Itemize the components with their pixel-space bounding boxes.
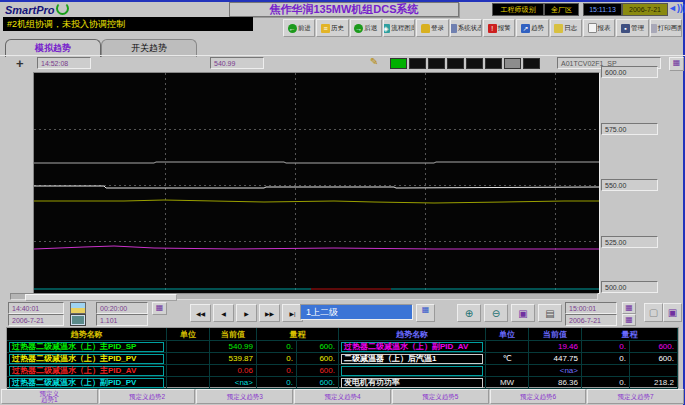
forward-arrow-icon: → xyxy=(354,24,363,33)
scrollbar-thumb[interactable] xyxy=(25,294,177,301)
y-axis-label-550: 550.00 xyxy=(601,179,658,191)
chart-tool-buttons: ⊕ ⊖ ▣ ▤ xyxy=(457,304,562,322)
predefined-trend-5-button[interactable]: 预定义趋势5 xyxy=(392,389,489,404)
management-monitor-icon: ▪ xyxy=(621,24,630,33)
system-status-label: 系统状态 xyxy=(458,24,482,33)
system-status-button[interactable]: 系统状态 xyxy=(450,19,482,37)
pen-square-7[interactable] xyxy=(504,58,521,69)
management-button[interactable]: ▪管理 xyxy=(616,19,648,37)
pen-table-left: 趋势名称 单位 当前值 量程 过热器二级减温水（上）主PID_SP 540.99… xyxy=(7,328,339,387)
unit-cell xyxy=(167,377,210,389)
trend-icon: ↗ xyxy=(521,24,530,33)
speed-field[interactable]: 1.101 xyxy=(96,314,148,326)
flowchart-library-icon: ◈ xyxy=(383,24,390,33)
step-back-button[interactable]: ◀ xyxy=(213,304,234,322)
pen-edit-icon[interactable]: ✎ xyxy=(370,56,378,67)
range-high-cell: 600. xyxy=(297,341,339,353)
trend-group-field[interactable]: 1上二级 xyxy=(300,304,413,320)
start-date-field[interactable]: 2006-7-21 xyxy=(8,314,64,326)
span-config-button[interactable]: ▦ xyxy=(152,302,167,315)
pen-square-8[interactable] xyxy=(523,58,540,69)
table-row-name[interactable]: 过热器二级减温水（上）副PID_AV xyxy=(339,341,486,353)
cursor-time-field[interactable]: 14:52:08 xyxy=(37,57,91,69)
flowchart-library-button[interactable]: ◈流程图库 xyxy=(383,19,415,37)
range-low-cell xyxy=(582,365,630,377)
predefined-trend-2-button[interactable]: 预定义趋势2 xyxy=(99,389,196,404)
value-cell: <na> xyxy=(210,377,257,389)
unit-cell xyxy=(486,341,529,353)
time-span-field[interactable]: 00:20:00 xyxy=(96,302,148,314)
forward-label: 后退 xyxy=(364,24,377,33)
start-time-field[interactable]: 14:40:01 xyxy=(8,302,64,314)
zoom-out-button[interactable]: ⊖ xyxy=(484,304,508,322)
y-axis-label-600: 600.00 xyxy=(601,66,658,78)
y-axis-label-575: 575.00 xyxy=(601,123,658,135)
monitor-icon xyxy=(70,314,86,326)
unit-cell xyxy=(167,365,210,377)
back-button[interactable]: ←前进 xyxy=(283,19,315,37)
predefined-trend-4-button[interactable]: 预定义趋势4 xyxy=(294,389,391,404)
chart-horizontal-scrollbar[interactable] xyxy=(10,293,598,300)
table-row-name[interactable]: 发电机有功功率 xyxy=(339,377,486,389)
predefined-trend-3-button[interactable]: 预定义趋势3 xyxy=(196,389,293,404)
alarm-button[interactable]: !报警 xyxy=(483,19,515,37)
pen-square-2[interactable] xyxy=(409,58,426,69)
play-button[interactable]: ▶ xyxy=(236,304,257,322)
pen-square-6[interactable] xyxy=(485,58,502,69)
end-date-field[interactable]: 2006-7-21 xyxy=(565,314,617,326)
fast-forward-button[interactable]: ▶▶ xyxy=(259,304,280,322)
print-screen-label: 打印画面 xyxy=(658,24,682,33)
cursor-cross-icon[interactable]: + xyxy=(16,56,24,71)
pen-white xyxy=(34,186,599,188)
pen-square-1[interactable] xyxy=(390,58,407,69)
col-header-range: 量程 xyxy=(582,328,678,341)
table-row-name[interactable]: 二级减温器（上）后汽温1 xyxy=(339,353,486,365)
history-label: 历史 xyxy=(331,24,344,33)
login-button[interactable]: 登录 xyxy=(416,19,448,37)
print-button[interactable]: ▤ xyxy=(538,304,562,322)
predefined-trend-7-button[interactable]: 预定义趋势7 xyxy=(587,389,684,404)
logo-text: SmartPro xyxy=(5,4,55,16)
value-cell: 447.75 xyxy=(529,353,582,365)
range-high-cell: 600. xyxy=(630,341,678,353)
save-trend-button[interactable]: ▣ xyxy=(663,303,682,322)
playback-controls: ◀◀ ◀ ▶ ▶▶ ▶| xyxy=(190,304,303,322)
trend-label: 趋势 xyxy=(531,24,544,33)
group-select-button[interactable]: ▦ xyxy=(416,304,435,322)
tab-divider xyxy=(0,55,685,56)
table-row-name[interactable]: 过热器二级减温水（上）主PID_SP xyxy=(7,341,167,353)
predefined-trend-6-button[interactable]: 预定义趋势6 xyxy=(490,389,587,404)
save-button[interactable]: ▣ xyxy=(511,304,535,322)
table-row-name[interactable]: 过热器二级减温水（上）副PID_PV xyxy=(7,377,167,389)
y-axis-label-500: 500.00 xyxy=(601,281,658,293)
zoom-in-icon: ⊕ xyxy=(465,308,473,319)
value-cell: <na> xyxy=(529,365,582,377)
speaker-icon[interactable]: ◄))) xyxy=(668,3,685,13)
table-row-name[interactable]: 过热器二级减温水（上）主PID_AV xyxy=(7,365,167,377)
report-button[interactable]: 报表 xyxy=(583,19,615,37)
table-row-name[interactable]: 过热器二级减温水（上）主PID_PV xyxy=(7,353,167,365)
unit-cell xyxy=(486,365,529,377)
zoom-in-button[interactable]: ⊕ xyxy=(457,304,481,322)
end-time-field[interactable]: 15:00:01 xyxy=(565,302,617,314)
pen-gray xyxy=(34,162,599,163)
pen-square-4[interactable] xyxy=(447,58,464,69)
pen-config-button[interactable]: ▦ xyxy=(669,57,684,71)
end-time-picker-button[interactable]: ▦ xyxy=(622,302,636,314)
history-button[interactable]: ≡历史 xyxy=(316,19,348,37)
trend-chart[interactable] xyxy=(33,72,600,294)
new-trend-button[interactable]: ▢ xyxy=(644,303,663,322)
unit-cell xyxy=(167,353,210,365)
log-button[interactable]: 日志 xyxy=(550,19,582,37)
trend-button[interactable]: ↗趋势 xyxy=(516,19,548,37)
pen-square-3[interactable] xyxy=(428,58,445,69)
end-date-picker-button[interactable]: ▦ xyxy=(622,314,636,326)
flowchart-library-label: 流程图库 xyxy=(391,24,415,33)
forward-button[interactable]: →后退 xyxy=(350,19,382,37)
rewind-button[interactable]: ◀◀ xyxy=(190,304,211,322)
pen-square-5[interactable] xyxy=(466,58,483,69)
print-screen-button[interactable]: 打印画面 xyxy=(650,19,682,37)
range-high-cell: 600. xyxy=(297,365,339,377)
predefined-trend-1-button[interactable]: 预定义 趋势1 xyxy=(1,389,98,404)
table-row-name[interactable] xyxy=(339,365,486,377)
